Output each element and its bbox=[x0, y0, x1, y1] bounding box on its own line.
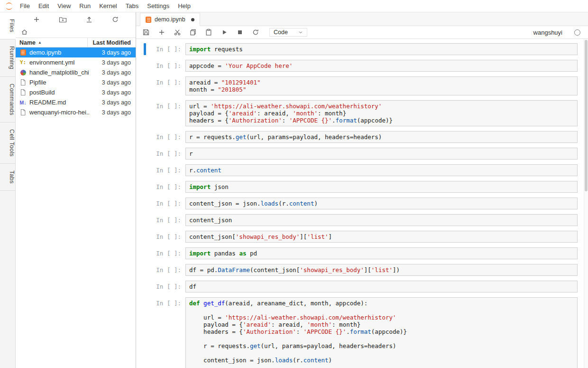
paste-cells-button[interactable] bbox=[204, 28, 213, 37]
cell-collapser[interactable] bbox=[144, 76, 146, 95]
cell-input-editor[interactable]: r bbox=[185, 148, 578, 160]
file-modified: 3 days ago bbox=[89, 49, 136, 56]
cell-input-editor[interactable]: r = requests.get(url, params=payload, he… bbox=[185, 131, 578, 143]
restart-kernel-button[interactable] bbox=[251, 28, 260, 37]
cell-input-editor[interactable]: import pandas as pd bbox=[185, 247, 578, 259]
file-modified: 3 days ago bbox=[89, 109, 136, 116]
code-cell-1[interactable]: In [ ]:import requests bbox=[144, 43, 578, 55]
yaml-file-icon: Y: bbox=[19, 59, 27, 66]
cell-collapser[interactable] bbox=[144, 100, 146, 126]
file-row-README.md[interactable]: M↓README.md3 days ago bbox=[16, 97, 136, 107]
jupyter-logo[interactable] bbox=[2, 1, 16, 11]
code-cell-7[interactable]: In [ ]:r.content bbox=[144, 164, 578, 176]
new-folder-button[interactable] bbox=[58, 15, 68, 24]
cell-collapser[interactable] bbox=[144, 43, 146, 55]
cell-collapser[interactable] bbox=[144, 297, 146, 368]
new-launcher-button[interactable] bbox=[32, 15, 41, 24]
cell-input-editor[interactable]: import requests bbox=[185, 43, 578, 55]
refresh-file-browser-button[interactable] bbox=[110, 15, 120, 24]
menu-edit[interactable]: Edit bbox=[34, 0, 53, 12]
code-cell-11[interactable]: In [ ]:content_json['showapi_res_body'][… bbox=[144, 231, 578, 243]
menu-help[interactable]: Help bbox=[174, 0, 195, 12]
insert-cell-button[interactable] bbox=[157, 28, 166, 37]
cell-collapser[interactable] bbox=[144, 60, 146, 72]
cell-collapser[interactable] bbox=[144, 231, 146, 243]
code-cell-4[interactable]: In [ ]:url = 'https://ali-weather.showap… bbox=[144, 100, 578, 126]
file-row-environment.yml[interactable]: Y:environment.yml3 days ago bbox=[16, 57, 136, 67]
menu-tabs[interactable]: Tabs bbox=[121, 0, 143, 12]
cell-collapser[interactable] bbox=[144, 247, 146, 259]
cut-cells-button[interactable] bbox=[173, 28, 182, 37]
interrupt-kernel-button[interactable] bbox=[235, 28, 245, 37]
file-modified: 3 days ago bbox=[89, 89, 136, 96]
code-cell-15[interactable]: In [ ]:def get_df(areaid, areaname_dict,… bbox=[144, 297, 578, 368]
unsaved-changes-dot[interactable] bbox=[191, 18, 194, 21]
copy-cells-button[interactable] bbox=[188, 28, 198, 37]
code-cell-6[interactable]: In [ ]:r bbox=[144, 148, 578, 160]
cell-input-editor[interactable]: r.content bbox=[185, 164, 578, 176]
sidebar-tab-running[interactable]: Running bbox=[0, 39, 16, 76]
tab-demo-ipynb[interactable]: demo.ipynb bbox=[140, 13, 200, 26]
menu-view[interactable]: View bbox=[53, 0, 75, 12]
tab-label: demo.ipynb bbox=[155, 16, 185, 23]
code-cell-8[interactable]: In [ ]:import json bbox=[144, 181, 578, 193]
cell-input-editor[interactable]: df bbox=[185, 281, 578, 293]
cell-collapser[interactable] bbox=[144, 164, 146, 176]
code-cell-9[interactable]: In [ ]:content_json = json.loads(r.conte… bbox=[144, 198, 578, 209]
cell-input-editor[interactable]: df = pd.DataFrame(content_json['showapi_… bbox=[185, 264, 578, 276]
upload-button[interactable] bbox=[84, 15, 94, 24]
cell-input-prompt: In [ ]: bbox=[152, 231, 181, 243]
save-button[interactable] bbox=[141, 28, 151, 37]
code-cell-14[interactable]: In [ ]:df bbox=[144, 281, 578, 293]
file-row-postBuild[interactable]: postBuild3 days ago bbox=[16, 87, 136, 97]
kernel-name-label[interactable]: wangshuyi bbox=[533, 29, 562, 36]
cell-input-editor[interactable]: areaid = "101291401"month = "201805" bbox=[185, 76, 578, 95]
cell-collapser[interactable] bbox=[144, 181, 146, 193]
cell-input-editor[interactable]: content_json['showapi_res_body']['list'] bbox=[185, 231, 578, 243]
code-cell-3[interactable]: In [ ]:areaid = "101291401"month = "2018… bbox=[144, 76, 578, 95]
cell-type-dropdown[interactable]: Code bbox=[269, 28, 307, 37]
cell-type-value: Code bbox=[274, 29, 288, 36]
file-row-demo.ipynb[interactable]: demo.ipynb3 days ago bbox=[16, 47, 136, 57]
cell-collapser[interactable] bbox=[144, 281, 146, 293]
sidebar-tab-tabs[interactable]: Tabs bbox=[0, 164, 16, 191]
sidebar-tab-cell-tools[interactable]: Cell Tools bbox=[0, 123, 16, 164]
cell-collapser[interactable] bbox=[144, 198, 146, 209]
file-row-Pipfile[interactable]: Pipfile3 days ago bbox=[16, 77, 136, 87]
file-row-handle-matplotlib-chi...[interactable]: handle_matplotlib_chi...3 days ago bbox=[16, 67, 136, 77]
menu-run[interactable]: Run bbox=[75, 0, 95, 12]
cell-collapser[interactable] bbox=[144, 214, 146, 226]
cell-input-editor[interactable]: url = 'https://ali-weather.showapi.com/w… bbox=[185, 100, 578, 126]
menu-settings[interactable]: Settings bbox=[143, 0, 174, 12]
code-cell-12[interactable]: In [ ]:import pandas as pd bbox=[144, 247, 578, 259]
sidebar-tab-files[interactable]: Files bbox=[0, 12, 16, 39]
cell-input-editor[interactable]: import json bbox=[185, 181, 578, 193]
cell-input-editor[interactable]: def get_df(areaid, areaname_dict, month,… bbox=[185, 297, 578, 368]
code-cell-5[interactable]: In [ ]:r = requests.get(url, params=payl… bbox=[144, 131, 578, 143]
column-header-modified[interactable]: Last Modified bbox=[87, 38, 136, 47]
sidebar-tab-commands[interactable]: Commands bbox=[0, 77, 16, 123]
sort-ascending-icon: ▲ bbox=[38, 40, 42, 45]
code-cell-2[interactable]: In [ ]:appcode = 'Your AppCode here' bbox=[144, 60, 578, 72]
home-button[interactable] bbox=[20, 28, 29, 37]
cell-input-editor[interactable]: content_json bbox=[185, 214, 578, 226]
dock-tab-bar: demo.ipynb bbox=[136, 12, 588, 26]
cell-input-editor[interactable]: content_json = json.loads(r.content) bbox=[185, 198, 578, 209]
kernel-status-indicator[interactable] bbox=[574, 29, 580, 36]
code-cell-13[interactable]: In [ ]:df = pd.DataFrame(content_json['s… bbox=[144, 264, 578, 276]
cell-collapser[interactable] bbox=[144, 148, 146, 160]
code-cell-10[interactable]: In [ ]:content_json bbox=[144, 214, 578, 226]
menu-kernel[interactable]: Kernel bbox=[95, 0, 121, 12]
file-name: postBuild bbox=[29, 89, 89, 96]
cell-input-prompt: In [ ]: bbox=[152, 264, 181, 276]
run-cell-button[interactable] bbox=[220, 28, 229, 37]
cell-input-editor[interactable]: appcode = 'Your AppCode here' bbox=[185, 60, 578, 72]
scrollbar-thumb[interactable] bbox=[585, 40, 588, 191]
column-header-name[interactable]: Name ▲ bbox=[16, 39, 87, 46]
file-name: Pipfile bbox=[29, 79, 89, 86]
cell-collapser[interactable] bbox=[144, 131, 146, 143]
file-row-wenquanyi-micro-hei....[interactable]: wenquanyi-micro-hei....3 days ago bbox=[16, 107, 136, 117]
cell-collapser[interactable] bbox=[144, 264, 146, 276]
menu-file[interactable]: File bbox=[16, 0, 34, 12]
vertical-scrollbar[interactable] bbox=[584, 39, 588, 368]
